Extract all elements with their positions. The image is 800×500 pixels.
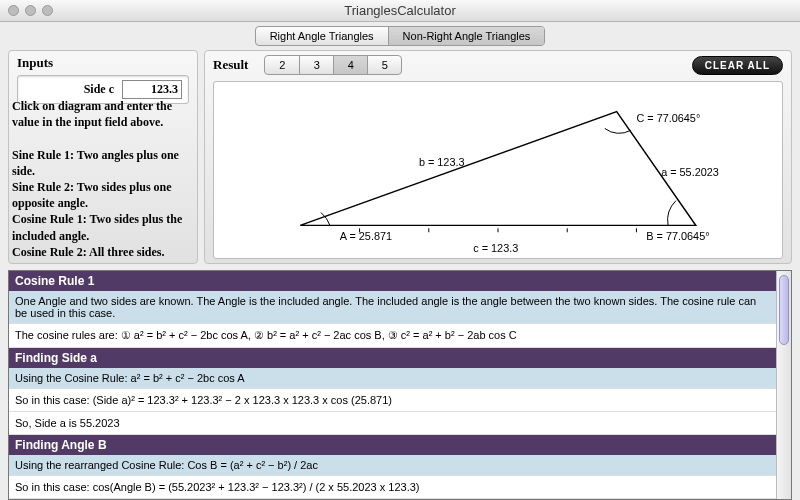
output-line: The cosine rules are: ① a² = b² + c² − 2… <box>9 324 776 348</box>
output-scroll[interactable]: Cosine Rule 1 One Angle and two sides ar… <box>9 271 776 499</box>
instr-sine2: Sine Rule 2: Two sides plus one opposite… <box>12 179 194 211</box>
section-cosine-rule-1: Cosine Rule 1 <box>9 271 776 291</box>
svg-marker-0 <box>300 112 696 226</box>
triangle-diagram[interactable]: A = 25.871 B = 77.0645° C = 77.0645° a =… <box>213 81 783 259</box>
side-a-label: a = 55.2023 <box>661 166 719 178</box>
vertex-b-label: B = 77.0645° <box>646 230 709 242</box>
vertex-c-label: C = 77.0645° <box>636 112 700 124</box>
output-line: One Angle and two sides are known. The A… <box>9 291 776 324</box>
zoom-icon[interactable] <box>42 5 53 16</box>
side-b-label: b = 123.3 <box>419 156 465 168</box>
scrollbar-thumb[interactable] <box>779 275 789 345</box>
decimal-places-segment: 2 3 4 5 <box>264 55 402 75</box>
dp-2[interactable]: 2 <box>265 56 299 74</box>
instr-sine1: Sine Rule 1: Two angles plus one side. <box>12 147 194 179</box>
result-title: Result <box>213 57 248 73</box>
tab-right-angle[interactable]: Right Angle Triangles <box>256 27 388 45</box>
mode-tabs-row: Right Angle Triangles Non-Right Angle Tr… <box>0 22 800 50</box>
section-finding-side-a: Finding Side a <box>9 348 776 368</box>
output-line: So in this case: cos(Angle B) = (55.2023… <box>9 476 776 499</box>
dp-3[interactable]: 3 <box>299 56 333 74</box>
output-line: Using the rearranged Cosine Rule: Cos B … <box>9 455 776 476</box>
output-panel: Cosine Rule 1 One Angle and two sides ar… <box>8 270 792 500</box>
instr-intro: Click on diagram and enter the value in … <box>12 98 194 130</box>
traffic-lights <box>8 5 53 16</box>
instructions-text: Click on diagram and enter the value in … <box>8 90 198 268</box>
tab-non-right-angle[interactable]: Non-Right Angle Triangles <box>388 27 545 45</box>
clear-all-button[interactable]: CLEAR ALL <box>692 56 783 75</box>
output-line: Using the Cosine Rule: a² = b² + c² − 2b… <box>9 368 776 389</box>
minimize-icon[interactable] <box>25 5 36 16</box>
result-panel: Result 2 3 4 5 CLEAR ALL <box>204 50 792 264</box>
content-area: Inputs Side c Result 2 3 4 5 CLEAR ALL <box>0 50 800 500</box>
side-c-label: c = 123.3 <box>473 242 518 254</box>
mode-tabs: Right Angle Triangles Non-Right Angle Tr… <box>255 26 546 46</box>
result-header: Result 2 3 4 5 CLEAR ALL <box>213 55 783 75</box>
window-title: TrianglesCalculator <box>0 3 800 18</box>
vertex-a-label: A = 25.871 <box>340 230 392 242</box>
close-icon[interactable] <box>8 5 19 16</box>
section-finding-angle-b: Finding Angle B <box>9 435 776 455</box>
app-window: TrianglesCalculator Right Angle Triangle… <box>0 0 800 500</box>
output-line: So, Side a is 55.2023 <box>9 412 776 435</box>
instr-cos1: Cosine Rule 1: Two sides plus the includ… <box>12 211 194 243</box>
titlebar: TrianglesCalculator <box>0 0 800 22</box>
dp-5[interactable]: 5 <box>367 56 401 74</box>
scrollbar[interactable] <box>776 271 791 499</box>
output-line: So in this case: (Side a)² = 123.3² + 12… <box>9 389 776 412</box>
inputs-title: Inputs <box>17 55 189 71</box>
instr-cos2: Cosine Rule 2: All three sides. <box>12 244 194 260</box>
dp-4[interactable]: 4 <box>333 56 367 74</box>
